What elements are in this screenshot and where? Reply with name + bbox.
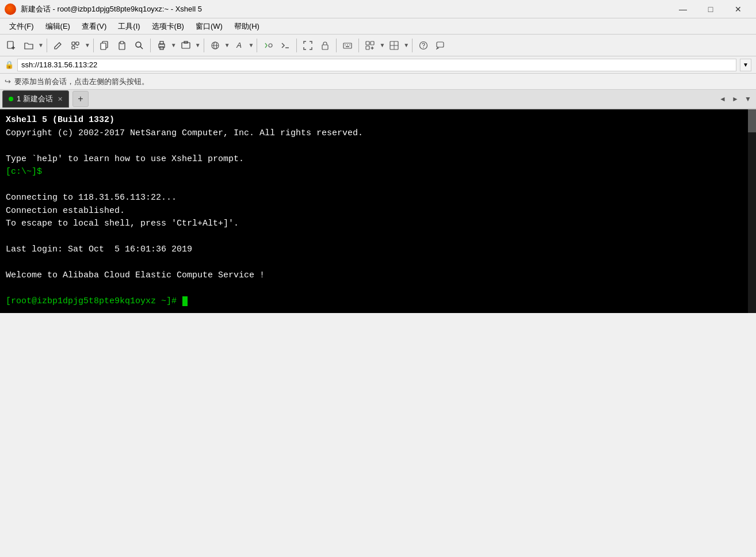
tab-nav-right[interactable]: ► xyxy=(730,93,741,105)
tab-nav: ◄ ► ▼ xyxy=(717,93,754,105)
tab-new-session[interactable]: 1 新建会话 ✕ xyxy=(2,90,69,108)
bookmark-icon: ↪ xyxy=(5,77,11,86)
globe-dropdown[interactable]: ▼ xyxy=(224,42,230,48)
add-tab-button[interactable]: + xyxy=(72,91,89,107)
menu-window[interactable]: 窗口(W) xyxy=(191,20,227,33)
grid-dropdown[interactable]: ▼ xyxy=(403,42,409,48)
screenshot-button[interactable] xyxy=(178,37,194,54)
new-session-button[interactable] xyxy=(3,37,20,54)
menu-bar: 文件(F) 编辑(E) 查看(V) 工具(I) 选项卡(B) 窗口(W) 帮助(… xyxy=(0,18,756,35)
print-button[interactable] xyxy=(154,37,170,54)
app-icon xyxy=(5,3,16,15)
svg-point-20 xyxy=(269,44,272,47)
svg-rect-23 xyxy=(343,43,352,48)
keyboard-button[interactable] xyxy=(339,37,356,54)
terminal-line-escape: To escape to local shell, press 'Ctrl+Al… xyxy=(6,218,750,231)
terminal-line-empty2 xyxy=(6,257,750,270)
tab-nav-down[interactable]: ▼ xyxy=(742,93,754,105)
svg-rect-5 xyxy=(72,46,75,49)
lock-icon: 🔒 xyxy=(5,60,14,69)
title-bar-left: 新建会话 - root@izbp1dpjg5t8pte9kq1oyxz:~ - … xyxy=(5,3,202,15)
svg-rect-9 xyxy=(120,41,124,44)
separator-1 xyxy=(47,39,47,52)
tab-label: 1 新建会话 xyxy=(17,94,53,104)
separator-8 xyxy=(358,39,359,52)
separator-7 xyxy=(336,39,337,52)
open-button[interactable] xyxy=(21,37,37,54)
connect-button[interactable] xyxy=(67,37,83,54)
welcome-text: Welcome to Alibaba Cloud Elastic Compute… xyxy=(6,270,265,280)
separator-2 xyxy=(93,39,94,52)
font-button[interactable]: A xyxy=(231,37,247,54)
tab-bar: 1 新建会话 ✕ + ◄ ► ▼ xyxy=(0,90,756,109)
copy-button[interactable] xyxy=(97,37,113,54)
svg-point-10 xyxy=(136,42,141,47)
terminal-line-established: Connection established. xyxy=(6,205,750,218)
terminal-line-0: Xshell 5 (Build 1332) xyxy=(6,114,750,127)
scrollbar-thumb[interactable] xyxy=(748,109,756,132)
menu-file[interactable]: 文件(F) xyxy=(5,20,39,33)
terminal-line-3: Type `help' to learn how to use Xshell p… xyxy=(6,153,750,166)
script-button[interactable] xyxy=(277,37,293,54)
svg-point-37 xyxy=(423,47,424,48)
lock-button[interactable] xyxy=(317,37,333,54)
close-button[interactable]: ✕ xyxy=(725,0,751,18)
menu-edit[interactable]: 编辑(E) xyxy=(41,20,75,33)
separator-4 xyxy=(204,39,204,52)
terminal-line-4: [c:\~]$ xyxy=(6,166,750,179)
menu-tabs[interactable]: 选项卡(B) xyxy=(147,20,189,33)
separator-9 xyxy=(412,39,413,52)
terminal-line-5 xyxy=(6,179,750,192)
chat-button[interactable] xyxy=(433,37,449,54)
address-bar: 🔒 ▼ xyxy=(0,56,756,74)
menu-tools[interactable]: 工具(I) xyxy=(113,20,144,33)
upload-button[interactable] xyxy=(362,37,378,54)
tab-nav-left[interactable]: ◄ xyxy=(717,93,728,105)
svg-line-11 xyxy=(140,47,143,49)
address-dropdown[interactable]: ▼ xyxy=(740,59,751,71)
svg-rect-3 xyxy=(72,42,75,45)
terminal-line-connecting: Connecting to 118.31.56.113:22... xyxy=(6,192,750,205)
terminal-line-3-text: Type `help' to learn how to use Xshell p… xyxy=(6,154,244,164)
terminal-line-1: Copyright (c) 2002-2017 NetSarang Comput… xyxy=(6,127,750,140)
minimize-button[interactable]: — xyxy=(670,0,696,18)
globe-button[interactable] xyxy=(207,37,223,54)
svg-rect-30 xyxy=(366,46,369,49)
separator-6 xyxy=(296,39,297,52)
separator-5 xyxy=(257,39,257,52)
title-bar-text: 新建会话 - root@izbp1dpjg5t8pte9kq1oyxz:~ - … xyxy=(21,4,202,14)
svg-rect-22 xyxy=(322,45,328,49)
grid-button[interactable] xyxy=(386,37,402,54)
address-input[interactable] xyxy=(17,59,736,71)
maximize-button[interactable]: □ xyxy=(697,0,724,18)
title-bar-controls: — □ ✕ xyxy=(670,0,751,18)
tab-close-button[interactable]: ✕ xyxy=(58,96,63,103)
macro-button[interactable] xyxy=(260,37,276,54)
fullscreen-button[interactable] xyxy=(300,37,316,54)
svg-rect-28 xyxy=(366,41,369,45)
search-button[interactable] xyxy=(131,37,147,54)
menu-view[interactable]: 查看(V) xyxy=(77,20,111,33)
established-text: Connection established. xyxy=(6,206,125,216)
escape-text: To escape to local shell, press 'Ctrl+Al… xyxy=(6,219,239,228)
tab-status-dot xyxy=(9,97,13,101)
screenshot-dropdown[interactable]: ▼ xyxy=(195,42,201,48)
terminal-line-0-text: Xshell 5 (Build 1332) xyxy=(6,115,114,125)
font-dropdown[interactable]: ▼ xyxy=(249,42,254,48)
open-dropdown[interactable]: ▼ xyxy=(38,42,44,48)
print-dropdown[interactable]: ▼ xyxy=(171,42,177,48)
upload-dropdown[interactable]: ▼ xyxy=(379,42,385,48)
connect-dropdown[interactable]: ▼ xyxy=(85,42,90,48)
svg-rect-4 xyxy=(76,42,79,45)
edit-button[interactable] xyxy=(50,37,66,54)
terminal-line-2 xyxy=(6,140,750,153)
paste-button[interactable] xyxy=(114,37,130,54)
svg-rect-29 xyxy=(371,41,374,45)
terminal-prompt-local: [c:\~]$ xyxy=(6,167,42,177)
scrollbar-track[interactable] xyxy=(748,109,756,313)
terminal[interactable]: Xshell 5 (Build 1332) Copyright (c) 2002… xyxy=(0,109,756,313)
login-text: Last login: Sat Oct 5 16:01:36 2019 xyxy=(6,245,192,254)
help-button[interactable] xyxy=(415,37,432,54)
svg-rect-7 xyxy=(101,43,106,49)
menu-help[interactable]: 帮助(H) xyxy=(230,20,264,33)
